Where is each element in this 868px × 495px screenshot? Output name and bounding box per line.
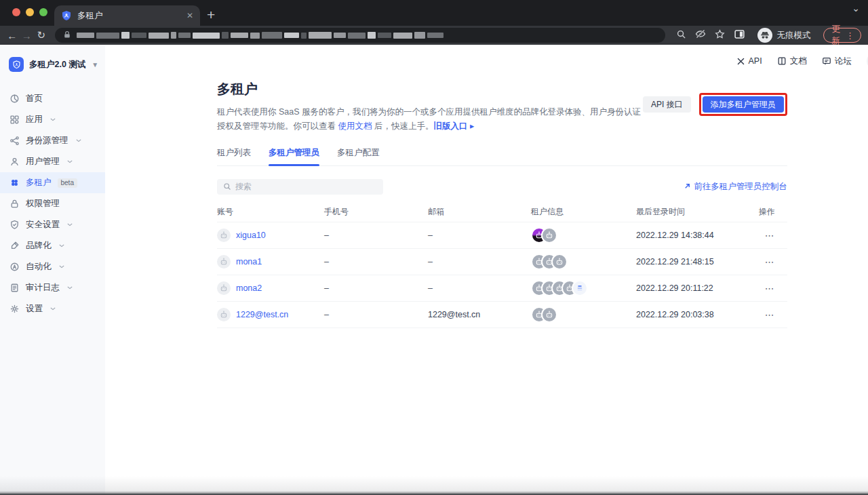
sidebar-item-permissions[interactable]: 权限管理 xyxy=(0,193,105,214)
sidebar-item-label: 多租户 xyxy=(26,177,52,189)
sidebar-item-label: 自动化 xyxy=(26,261,52,273)
table-row: mona1––2022.12.29 21:48:15⋯ xyxy=(217,249,787,275)
account-link[interactable]: mona1 xyxy=(236,257,262,266)
sidebar-item-multi-tenant[interactable]: 多租户beta xyxy=(0,172,105,193)
tenant-info-cell xyxy=(531,306,636,323)
sidebar-item-automation[interactable]: 自动化 xyxy=(0,256,105,277)
minimize-window-button[interactable] xyxy=(26,8,34,16)
row-actions-button[interactable]: ⋯ xyxy=(765,283,775,294)
chevron-down-icon xyxy=(50,307,56,311)
account-avatar xyxy=(217,281,231,295)
close-window-button[interactable] xyxy=(12,8,20,16)
row-actions-button[interactable]: ⋯ xyxy=(765,309,775,320)
last-login-cell: 2022.12.29 20:11:22 xyxy=(636,283,741,293)
masked-url xyxy=(77,31,443,39)
sidebar-item-label: 身份源管理 xyxy=(26,135,68,146)
chevron-down-icon xyxy=(67,223,73,226)
workspace-switcher[interactable]: 多租户2.0 测试 ▼ xyxy=(0,56,105,73)
browser-window: 多租户 ✕ + ⌄ ← → ↻ xyxy=(0,0,868,495)
topbar-forum-link[interactable]: 论坛 xyxy=(822,56,852,67)
window-controls[interactable] xyxy=(12,8,47,16)
tab-tenant-config[interactable]: 多租户配置 xyxy=(337,147,380,165)
url-bar[interactable] xyxy=(55,28,665,43)
email-cell: – xyxy=(428,231,531,240)
account-link[interactable]: xigua10 xyxy=(236,231,266,240)
sidebar-item-security[interactable]: 安全设置 xyxy=(0,214,105,235)
sidebar-item-settings[interactable]: 设置 xyxy=(0,298,105,319)
tab-overflow-chevron-icon[interactable]: ⌄ xyxy=(852,3,860,14)
browser-menu-icon[interactable]: ⋮ xyxy=(846,31,855,41)
tab-favicon-shield-icon xyxy=(61,10,72,21)
beta-badge: beta xyxy=(58,178,77,188)
incognito-label: 无痕模式 xyxy=(777,30,811,41)
side-panel-icon[interactable] xyxy=(734,28,745,43)
phone-cell: – xyxy=(324,231,428,240)
new-tab-button[interactable]: + xyxy=(207,5,215,25)
email-cell: 1229@test.cn xyxy=(428,310,531,319)
account-link[interactable]: mona2 xyxy=(236,283,262,293)
reload-button[interactable]: ↻ xyxy=(36,29,47,41)
sidebar-item-label: 用户管理 xyxy=(26,156,60,167)
browser-toolbar: ← → ↻ 无痕模式 xyxy=(0,26,868,45)
sidebar-item-label: 审计日志 xyxy=(26,282,60,294)
sidebar-menu: 首页应用身份源管理用户管理多租户beta权限管理安全设置品牌化自动化审计日志设置 xyxy=(0,88,105,319)
content-tabs: 租户列表多租户管理员多租户配置 xyxy=(217,147,787,166)
add-tenant-admin-button[interactable]: 添加多租户管理员 xyxy=(703,96,784,113)
api-endpoint-button[interactable]: API 接口 xyxy=(643,96,691,113)
sidebar-item-branding[interactable]: 品牌化 xyxy=(0,235,105,256)
browser-tabstrip: 多租户 ✕ + ⌄ xyxy=(0,0,868,26)
docs-link[interactable]: 使用文档 xyxy=(338,121,372,131)
phone-cell: – xyxy=(324,310,428,319)
col-account: 账号 xyxy=(217,206,324,218)
browser-tab[interactable]: 多租户 ✕ xyxy=(54,5,200,26)
forward-button[interactable]: → xyxy=(22,30,33,41)
last-login-cell: 2022.12.29 14:38:44 xyxy=(636,231,741,240)
account-link[interactable]: 1229@test.cn xyxy=(236,310,288,319)
chevron-down-icon xyxy=(67,286,73,290)
chevron-down-icon xyxy=(50,118,56,121)
search-input[interactable]: 搜索 xyxy=(217,179,383,195)
fullscreen-window-button[interactable] xyxy=(39,8,47,16)
back-button[interactable]: ← xyxy=(7,30,18,41)
sidebar-item-apps[interactable]: 应用 xyxy=(0,109,105,130)
tab-close-icon[interactable]: ✕ xyxy=(186,11,193,20)
col-actions: 操作 xyxy=(741,206,787,218)
workspace-name: 多租户2.0 测试 xyxy=(29,59,85,71)
page-description: 租户代表使用你 SaaS 服务的客户，我们将为你的一个或多个应用提供租户维度的品… xyxy=(217,105,643,134)
eye-off-icon[interactable] xyxy=(695,28,706,42)
topbar-api-link[interactable]: API xyxy=(736,56,762,66)
update-chip[interactable]: 更新 ⋮ xyxy=(823,28,862,43)
tenant-console-link[interactable]: 前往多租户管理员控制台 xyxy=(684,181,787,193)
sidebar-item-label: 应用 xyxy=(26,114,43,125)
page-title: 多租户 xyxy=(217,80,643,98)
tenant-info-cell xyxy=(531,227,636,243)
lock-icon xyxy=(9,199,20,209)
brush-icon xyxy=(9,241,20,251)
row-actions-button[interactable]: ⋯ xyxy=(765,256,775,267)
legacy-entry-link[interactable]: 旧版入口 ▸ xyxy=(433,121,474,131)
chevron-down-icon xyxy=(59,265,64,269)
apps-icon xyxy=(9,115,20,125)
zoom-icon[interactable] xyxy=(676,29,686,42)
last-login-cell: 2022.12.29 21:48:15 xyxy=(636,257,741,266)
tab-tenant-admins[interactable]: 多租户管理员 xyxy=(269,147,319,165)
table-body: xigua10––2022.12.29 14:38:44⋯mona1––2022… xyxy=(217,222,787,328)
sidebar-item-identity-sources[interactable]: 身份源管理 xyxy=(0,130,105,151)
tab-tenant-list[interactable]: 租户列表 xyxy=(217,147,251,165)
table-row: 1229@test.cn–1229@test.cn2022.12.29 20:0… xyxy=(217,302,787,328)
search-icon xyxy=(223,181,231,193)
sidebar-item-label: 品牌化 xyxy=(26,240,52,252)
topbar-docs-link[interactable]: 文档 xyxy=(777,56,807,67)
book-icon xyxy=(777,56,787,66)
sidebar-item-home[interactable]: 首页 xyxy=(0,88,105,109)
bookmark-star-icon[interactable] xyxy=(715,29,725,42)
email-cell: – xyxy=(428,283,531,293)
col-email: 邮箱 xyxy=(428,206,531,218)
sidebar-item-audit-logs[interactable]: 审计日志 xyxy=(0,277,105,298)
sidebar-item-user-management[interactable]: 用户管理 xyxy=(0,151,105,172)
tenant-avatar xyxy=(572,280,588,296)
tab-title: 多租户 xyxy=(77,10,181,22)
tenant-avatar xyxy=(541,306,557,323)
row-actions-button[interactable]: ⋯ xyxy=(765,230,775,241)
sidebar-item-label: 安全设置 xyxy=(26,219,60,231)
